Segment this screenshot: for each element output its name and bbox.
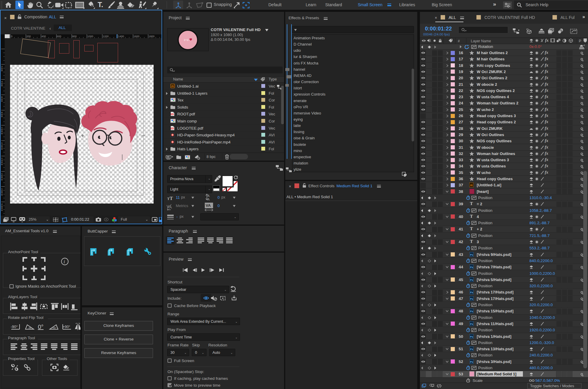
svg-text:0°: 0° <box>38 324 44 330</box>
svg-text:+45°: +45° <box>51 327 57 329</box>
svg-text:Ps: Ps <box>470 310 473 313</box>
svg-text:Ai: Ai <box>470 184 473 187</box>
svg-text:Ps: Ps <box>470 335 473 338</box>
svg-text:Ai: Ai <box>171 85 174 88</box>
svg-text:A: A <box>207 194 210 198</box>
svg-text:1+1=: 1+1= <box>184 38 189 41</box>
svg-text:Ps: Ps <box>470 297 473 300</box>
svg-text:Ps: Ps <box>470 360 473 363</box>
svg-text:T: T <box>170 196 173 200</box>
svg-text:Ps: Ps <box>470 291 473 294</box>
svg-text:-90°: -90° <box>11 325 18 329</box>
svg-text:Ps: Ps <box>470 278 473 281</box>
svg-text:PDF: PDF <box>171 114 174 115</box>
svg-text:Ps: Ps <box>470 253 473 256</box>
svg-text:A: A <box>169 205 172 209</box>
svg-text:A: A <box>207 198 210 201</box>
svg-text:-45: -45 <box>28 327 31 329</box>
svg-text:+90°: +90° <box>63 325 70 329</box>
svg-text:T: T <box>167 197 170 200</box>
svg-text:Ps: Ps <box>470 348 473 351</box>
svg-text:Ps: Ps <box>470 266 473 269</box>
svg-text:PDF: PDF <box>171 128 174 129</box>
svg-text:Ps: Ps <box>470 322 473 325</box>
svg-text:i: i <box>64 259 65 264</box>
